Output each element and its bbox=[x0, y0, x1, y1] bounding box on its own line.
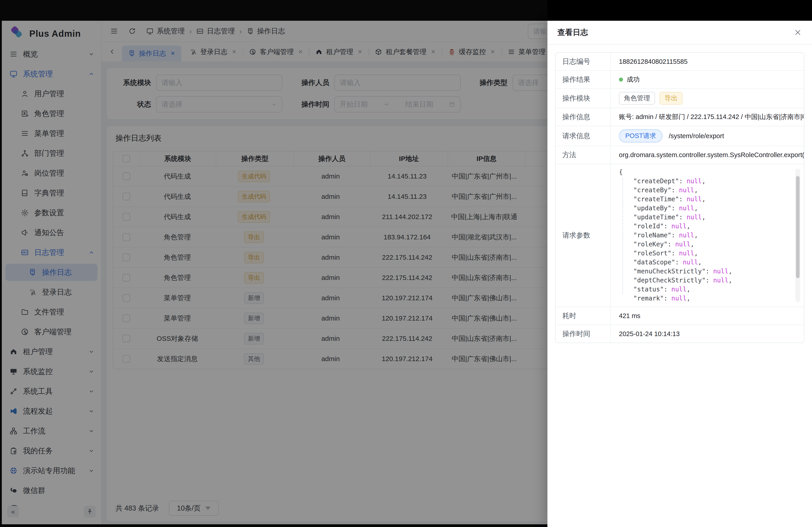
drawer-body: 日志编号1882612840802115585操作结果成功操作模块角色管理导出操… bbox=[548, 45, 812, 527]
detail-label: 操作结果 bbox=[555, 71, 611, 88]
detail-value: 成功 bbox=[627, 75, 640, 84]
detail-label: 操作信息 bbox=[555, 108, 611, 126]
detail-row-request: 请求信息POST请求/system/role/export bbox=[555, 126, 804, 146]
view-log-drawer: 查看日志 日志编号1882612840802115585操作结果成功操作模块角色… bbox=[548, 21, 812, 527]
modal-overlay[interactable] bbox=[0, 0, 548, 527]
detail-row-params: 请求参数{"createDept": null,"createBy": null… bbox=[555, 164, 804, 306]
request-url: /system/role/export bbox=[669, 132, 724, 140]
detail-row-result: 操作结果成功 bbox=[555, 70, 804, 88]
detail-row-time: 操作时间2025-01-24 10:14:13 bbox=[555, 325, 804, 343]
module-tag: 导出 bbox=[659, 92, 683, 105]
detail-label: 方法 bbox=[555, 146, 611, 164]
request-params-code[interactable]: {"createDept": null,"createBy": null,"cr… bbox=[619, 168, 802, 303]
detail-label: 操作模块 bbox=[555, 89, 611, 108]
detail-value: 421 ms bbox=[619, 312, 640, 320]
detail-label: 请求信息 bbox=[555, 126, 611, 146]
detail-label: 请求参数 bbox=[555, 164, 611, 306]
detail-row-info: 操作信息账号: admin / 研发部门 / 222.175.114.242 /… bbox=[555, 108, 804, 126]
drawer-title: 查看日志 bbox=[557, 27, 588, 37]
indent-guide bbox=[623, 178, 623, 294]
detail-value: 1882612840802115585 bbox=[619, 58, 687, 65]
detail-value: 2025-01-24 10:14:13 bbox=[619, 330, 680, 338]
detail-row-duration: 耗时421 ms bbox=[555, 306, 804, 325]
http-method-badge: POST请求 bbox=[619, 130, 663, 142]
drawer-header: 查看日志 bbox=[548, 21, 812, 45]
detail-label: 日志编号 bbox=[555, 53, 611, 70]
close-icon[interactable] bbox=[794, 28, 802, 37]
detail-value: 账号: admin / 研发部门 / 222.175.114.242 / 中国|… bbox=[619, 112, 804, 121]
log-details-table: 日志编号1882612840802115585操作结果成功操作模块角色管理导出操… bbox=[555, 52, 804, 343]
detail-row-module: 操作模块角色管理导出 bbox=[555, 88, 804, 108]
detail-value: org.dromara.system.controller.system.Sys… bbox=[619, 151, 804, 159]
detail-label: 操作时间 bbox=[555, 325, 611, 343]
scrollbar-thumb[interactable] bbox=[796, 176, 800, 278]
module-tag: 角色管理 bbox=[619, 92, 655, 105]
detail-row-log-id: 日志编号1882612840802115585 bbox=[555, 53, 804, 70]
success-dot-icon bbox=[619, 77, 623, 81]
detail-row-method: 方法org.dromara.system.controller.system.S… bbox=[555, 146, 804, 164]
detail-label: 耗时 bbox=[555, 307, 611, 325]
